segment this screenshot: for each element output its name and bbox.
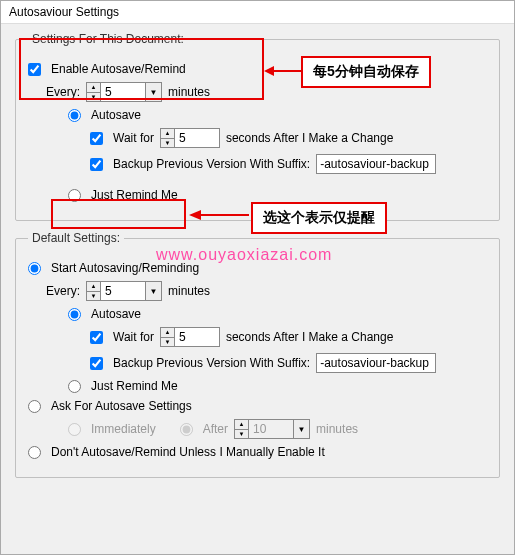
arrow-icon [264, 64, 302, 78]
start-radio-label: Start Autosaving/Reminding [51, 261, 199, 275]
every-spinner[interactable]: ▲ ▼ ▼ [86, 82, 162, 102]
after-input[interactable] [249, 420, 293, 438]
dont-radio[interactable] [28, 446, 41, 459]
def-remind-row: Just Remind Me [68, 379, 487, 393]
ask-radio-row: Ask For Autosave Settings [28, 399, 487, 413]
after-label: After [203, 422, 228, 436]
remind-radio[interactable] [68, 189, 81, 202]
enable-autosave-label: Enable Autosave/Remind [51, 62, 186, 76]
minutes-label: minutes [168, 85, 210, 99]
backup-row: Backup Previous Version With Suffix: [90, 154, 487, 174]
spinner-down-icon[interactable]: ▼ [87, 93, 100, 102]
document-settings-legend: Settings For This Document: [28, 32, 188, 46]
def-every-input[interactable] [101, 282, 145, 300]
def-backup-row: Backup Previous Version With Suffix: [90, 353, 487, 373]
spinner-up-icon[interactable]: ▲ [161, 129, 174, 139]
immediately-radio[interactable] [68, 423, 81, 436]
after-radio[interactable] [180, 423, 193, 436]
spinner-down-icon[interactable]: ▼ [235, 430, 248, 439]
autosave-radio-row: Autosave [68, 108, 487, 122]
backup-label: Backup Previous Version With Suffix: [113, 157, 310, 171]
svg-marker-1 [264, 66, 274, 76]
chevron-down-icon[interactable]: ▼ [293, 420, 309, 438]
callout-1: 每5分钟自动保存 [301, 56, 431, 88]
def-seconds-label: seconds After I Make a Change [226, 330, 393, 344]
spinner-down-icon[interactable]: ▼ [87, 292, 100, 301]
arrow-icon [189, 208, 249, 222]
waitfor-input[interactable] [175, 129, 219, 147]
after-spinner[interactable]: ▲ ▼ ▼ [234, 419, 310, 439]
autosave-radio[interactable] [68, 109, 81, 122]
def-every-spinner[interactable]: ▲ ▼ ▼ [86, 281, 162, 301]
def-autosave-radio[interactable] [68, 308, 81, 321]
def-minutes-label: minutes [168, 284, 210, 298]
def-remind-label: Just Remind Me [91, 379, 178, 393]
def-autosave-label: Autosave [91, 307, 141, 321]
def-waitfor-spinner[interactable]: ▲ ▼ [160, 327, 220, 347]
spinner-up-icon[interactable]: ▲ [161, 328, 174, 338]
svg-marker-3 [189, 210, 201, 220]
waitfor-checkbox[interactable] [90, 132, 103, 145]
settings-window: Autosaviour Settings Settings For This D… [0, 0, 515, 555]
remind-radio-row: Just Remind Me [68, 188, 487, 202]
waitfor-row: Wait for ▲ ▼ seconds After I Make a Chan… [90, 128, 487, 148]
chevron-down-icon[interactable]: ▼ [145, 83, 161, 101]
def-autosave-radio-row: Autosave [68, 307, 487, 321]
ask-radio-label: Ask For Autosave Settings [51, 399, 192, 413]
dont-radio-row: Don't Autosave/Remind Unless I Manually … [28, 445, 487, 459]
def-backup-checkbox[interactable] [90, 357, 103, 370]
remind-radio-label: Just Remind Me [91, 188, 178, 202]
def-every-row: Every: ▲ ▼ ▼ minutes [46, 281, 487, 301]
def-waitfor-row: Wait for ▲ ▼ seconds After I Make a Chan… [90, 327, 487, 347]
backup-checkbox[interactable] [90, 158, 103, 171]
default-settings-legend: Default Settings: [28, 231, 124, 245]
def-waitfor-checkbox[interactable] [90, 331, 103, 344]
def-backup-input[interactable] [316, 353, 436, 373]
timing-row: Immediately After ▲ ▼ ▼ minutes [68, 419, 487, 439]
after-minutes-label: minutes [316, 422, 358, 436]
def-waitfor-label: Wait for [113, 330, 154, 344]
immediately-label: Immediately [91, 422, 156, 436]
seconds-label: seconds After I Make a Change [226, 131, 393, 145]
enable-autosave-checkbox[interactable] [28, 63, 41, 76]
waitfor-label: Wait for [113, 131, 154, 145]
start-radio-row: Start Autosaving/Reminding [28, 261, 487, 275]
every-input[interactable] [101, 83, 145, 101]
start-radio[interactable] [28, 262, 41, 275]
spinner-down-icon[interactable]: ▼ [161, 139, 174, 148]
autosave-radio-label: Autosave [91, 108, 141, 122]
default-settings-group: Default Settings: Start Autosaving/Remin… [15, 231, 500, 478]
spinner-up-icon[interactable]: ▲ [87, 282, 100, 292]
spinner-up-icon[interactable]: ▲ [87, 83, 100, 93]
chevron-down-icon[interactable]: ▼ [145, 282, 161, 300]
callout-2: 选这个表示仅提醒 [251, 202, 387, 234]
every-label: Every: [46, 85, 80, 99]
waitfor-spinner[interactable]: ▲ ▼ [160, 128, 220, 148]
window-title: Autosaviour Settings [1, 1, 514, 24]
spinner-up-icon[interactable]: ▲ [235, 420, 248, 430]
def-remind-radio[interactable] [68, 380, 81, 393]
backup-suffix-input[interactable] [316, 154, 436, 174]
spinner-down-icon[interactable]: ▼ [161, 338, 174, 347]
dont-radio-label: Don't Autosave/Remind Unless I Manually … [51, 445, 325, 459]
def-waitfor-input[interactable] [175, 328, 219, 346]
def-every-label: Every: [46, 284, 80, 298]
ask-radio[interactable] [28, 400, 41, 413]
def-backup-label: Backup Previous Version With Suffix: [113, 356, 310, 370]
